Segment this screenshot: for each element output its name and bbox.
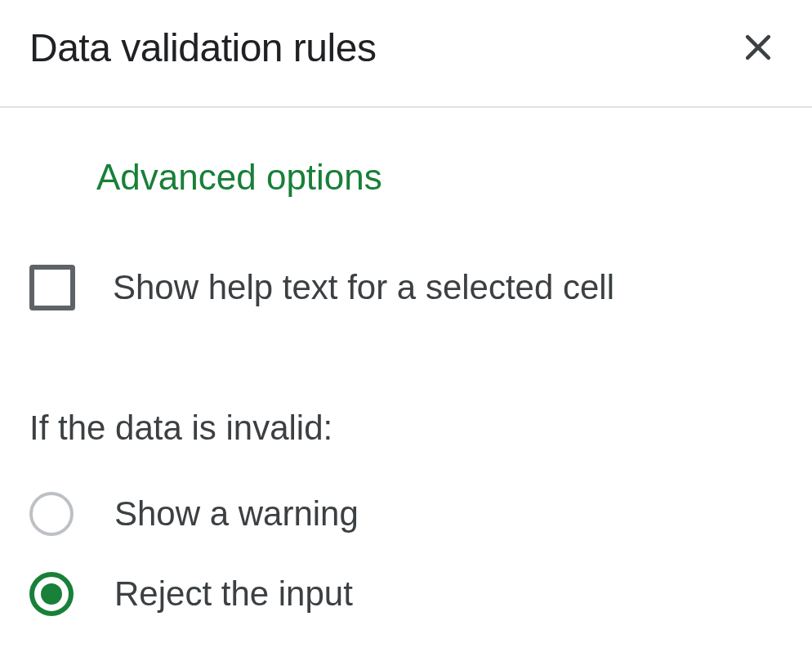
invalid-data-section-label: If the data is invalid: [29,409,783,448]
close-icon [740,29,776,65]
help-text-checkbox[interactable] [29,265,75,310]
radio-show-warning[interactable] [29,492,74,536]
advanced-options-toggle[interactable]: Advanced options [96,157,783,198]
radio-row-show-warning: Show a warning [29,492,783,536]
help-text-row: Show help text for a selected cell [29,265,783,310]
radio-label-show-warning: Show a warning [114,494,359,534]
data-validation-panel: Data validation rules Advanced options S… [0,0,812,661]
radio-label-reject-input: Reject the input [114,574,353,614]
panel-title: Data validation rules [29,25,376,70]
radio-row-reject-input: Reject the input [29,572,783,616]
help-text-label: Show help text for a selected cell [113,268,614,307]
panel-content: Advanced options Show help text for a se… [0,108,812,616]
close-button[interactable] [734,23,783,72]
radio-reject-input[interactable] [29,572,74,616]
panel-header: Data validation rules [0,0,812,108]
